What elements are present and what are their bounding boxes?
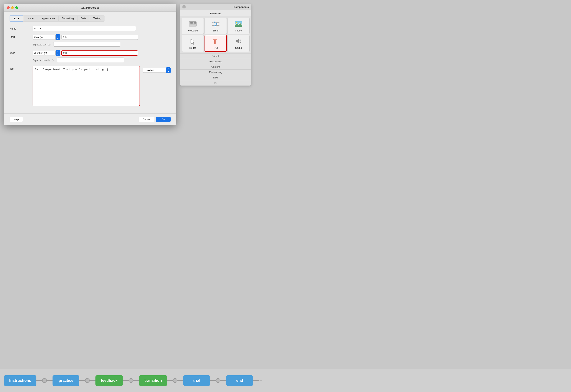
panel-header: — Components (180, 4, 251, 10)
flow-bar: Instructions practice feedback transitio… (0, 369, 571, 392)
eeg-label: EEG (180, 75, 251, 80)
tab-formatting[interactable]: Formatting (58, 15, 77, 21)
minimize-button[interactable] (11, 6, 14, 9)
svg-rect-4 (194, 22, 195, 23)
flow-node-trial: trial (183, 375, 210, 386)
cancel-button[interactable]: Cancel (139, 116, 154, 122)
name-input[interactable] (33, 26, 136, 31)
traffic-lights (7, 6, 18, 9)
expected-duration-label: Expected duration (s) (33, 58, 55, 62)
stop-value-input[interactable] (61, 50, 138, 56)
keyboard-icon (188, 20, 198, 28)
flow-node-practice: practice (53, 375, 79, 386)
flow-block-transition[interactable]: transition (139, 375, 167, 386)
ok-button[interactable]: OK (156, 117, 171, 122)
tab-layout[interactable]: Layout (23, 15, 38, 21)
stop-controls: duration (s) ▲ ▼ Expected duration (s) (33, 50, 171, 62)
svg-rect-2 (191, 22, 192, 23)
responses-label: Responses (180, 59, 251, 64)
components-panel: — Components Favorites (180, 4, 251, 86)
flow-block-trial[interactable]: trial (183, 375, 210, 386)
component-keyboard[interactable]: Keyboard (182, 18, 204, 34)
flow-block-practice[interactable]: practice (53, 375, 79, 386)
dialog-title: text Properties (81, 6, 100, 9)
panel-minimize-button[interactable]: — (183, 5, 186, 8)
svg-rect-11 (190, 25, 195, 26)
dialog-footer: Help Cancel OK (4, 113, 176, 125)
stop-type-selector[interactable]: duration (s) ▲ ▼ (33, 50, 60, 56)
start-type-down-arrow[interactable]: ▼ (56, 37, 60, 40)
tab-basic[interactable]: Basic (10, 15, 23, 21)
expected-duration-row: Expected duration (s) (33, 58, 171, 62)
keyboard-label: Keyboard (188, 29, 198, 32)
image-label: Image (235, 29, 242, 32)
text-type-down-arrow[interactable]: ▼ (166, 70, 171, 73)
start-type-arrows[interactable]: ▲ ▼ (56, 34, 60, 40)
text-type-arrows[interactable]: ▲ ▼ (166, 67, 171, 73)
svg-text:T: T (213, 38, 217, 46)
flow-connector-2 (79, 378, 96, 383)
expected-start-label: Expected start (s) (33, 43, 51, 46)
stop-type-arrows[interactable]: ▲ ▼ (56, 50, 60, 56)
start-type-select[interactable]: time (s) (33, 35, 56, 40)
help-button[interactable]: Help (10, 116, 23, 122)
text-type-up-arrow[interactable]: ▲ (166, 67, 171, 70)
name-label: Name (10, 26, 33, 30)
start-label: Start (10, 34, 33, 38)
io-label: I/O (180, 80, 251, 86)
flow-circle-5[interactable] (216, 378, 220, 383)
flow-block-instructions[interactable]: Instructions (4, 375, 36, 386)
text-type-select[interactable]: constant (143, 68, 166, 73)
close-button[interactable] (7, 6, 10, 9)
flow-end-arrow: → (259, 378, 262, 383)
text-controls: End of experiment. Thank you for partici… (33, 66, 171, 106)
stimuli-label: Stimuli (180, 53, 251, 59)
slider-label: Slider (213, 29, 219, 32)
svg-rect-6 (190, 23, 190, 24)
tab-testing[interactable]: Testing (90, 15, 105, 21)
flow-circle-2[interactable] (85, 378, 90, 383)
svg-point-16 (216, 23, 218, 25)
sound-icon (234, 37, 243, 45)
start-type-up-arrow[interactable]: ▲ (56, 34, 60, 37)
stop-type-up-arrow[interactable]: ▲ (56, 50, 60, 53)
flow-circle-4[interactable] (173, 378, 177, 383)
component-text[interactable]: T Text (204, 35, 227, 52)
title-bar: text Properties (4, 4, 176, 12)
stop-type-select[interactable]: duration (s) (33, 51, 56, 56)
tab-data[interactable]: Data (77, 15, 90, 21)
dialog-body: Basic Layout Appearance Formatting Data … (4, 12, 176, 113)
maximize-button[interactable] (15, 6, 18, 9)
flow-connector-6: → (253, 378, 262, 383)
name-controls (33, 26, 171, 31)
expected-duration-input[interactable] (57, 58, 124, 62)
svg-point-15 (214, 21, 215, 23)
stop-type-down-arrow[interactable]: ▼ (56, 53, 60, 56)
name-row: Name (10, 26, 171, 31)
flow-node-end: end (226, 375, 253, 386)
svg-rect-10 (195, 23, 196, 24)
stop-input-row: duration (s) ▲ ▼ (33, 50, 171, 56)
expected-start-row: Expected start (s) (33, 42, 171, 47)
slider-icon (211, 20, 220, 28)
tab-appearance[interactable]: Appearance (38, 15, 58, 21)
component-sound[interactable]: Sound (228, 35, 250, 52)
text-properties-dialog: text Properties Basic Layout Appearance … (4, 4, 176, 125)
flow-circle-1[interactable] (42, 378, 47, 383)
start-controls: time (s) ▲ ▼ Expected start (s) (33, 34, 171, 47)
svg-rect-3 (192, 22, 193, 23)
svg-rect-7 (191, 23, 192, 24)
svg-rect-8 (192, 23, 193, 24)
component-slider[interactable]: Slider (204, 18, 227, 34)
start-value-input[interactable] (61, 35, 138, 40)
flow-block-end[interactable]: end (226, 375, 253, 386)
flow-connector-3 (123, 378, 139, 383)
flow-circle-3[interactable] (128, 378, 133, 383)
expected-start-input[interactable] (53, 42, 120, 47)
component-mouse[interactable]: Mouse (182, 35, 204, 52)
text-textarea[interactable]: End of experiment. Thank you for partici… (33, 66, 140, 106)
text-type-selector[interactable]: constant ▲ ▼ (143, 67, 171, 73)
flow-block-feedback[interactable]: feedback (96, 375, 123, 386)
component-image[interactable]: Image (228, 18, 250, 34)
start-type-selector[interactable]: time (s) ▲ ▼ (33, 34, 60, 40)
